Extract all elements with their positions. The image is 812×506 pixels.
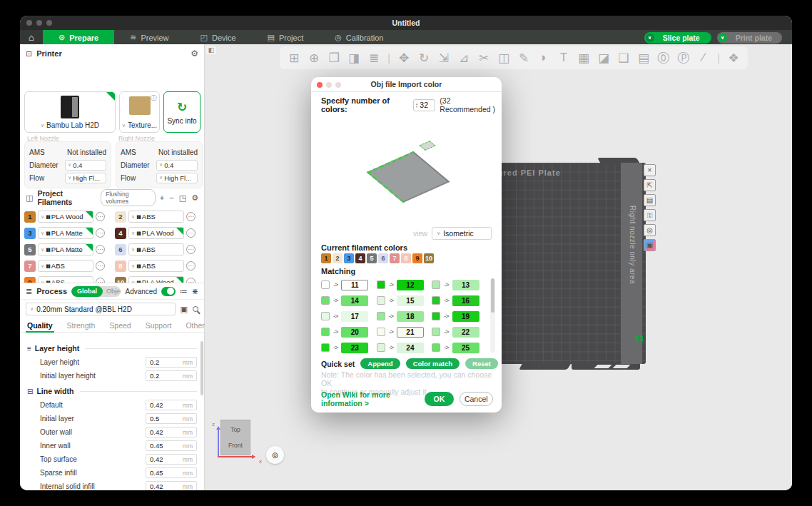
filament-match-button[interactable]: 22 [452,327,479,338]
process-tab[interactable]: Speed [102,318,138,332]
filament-menu-icon[interactable]: ⋯ [96,212,105,221]
process-tab[interactable]: Strength [60,318,103,332]
setting-input[interactable]: 0.42 mm [146,400,197,410]
filament-select[interactable]: ∨ ▮▮ PLA Matte [38,227,93,239]
model-preview[interactable] [311,111,502,226]
search-icon[interactable] [193,306,198,312]
view-select[interactable]: ∨ Isometric [432,227,492,240]
snapshot-camera-button[interactable]: ⊚ [266,446,284,464]
filament-select[interactable]: ∨ ▮▮ ABS [128,260,184,272]
measure-icon[interactable]: ∕ [695,51,712,65]
filament-match-button[interactable]: 23 [341,343,368,353]
process-tab[interactable]: Support [138,318,179,332]
filament-match-button[interactable]: 14 [341,295,368,306]
add-filament-icon[interactable]: + [160,193,164,202]
paint-icon[interactable]: ✎ [515,51,532,66]
scale-icon[interactable]: ⇲ [435,51,452,66]
filament-select[interactable]: ∨ ▮▮ ABS [128,243,184,255]
filament-match-button[interactable]: 17 [341,311,368,322]
setting-input[interactable]: 0.45 mm [146,440,197,451]
flow-select[interactable]: ∨High Fl... [65,173,106,183]
filament-menu-icon[interactable]: ⋯ [186,228,196,238]
process-preset-select[interactable]: ∨ 0.20mm Standard @BBL H2D [26,303,176,315]
advanced-toggle[interactable] [161,287,176,296]
main-tab[interactable]: ◎ Calibration [319,30,399,45]
sync-info-button[interactable]: ↻ Sync info [163,91,201,133]
plate-visibility-icon[interactable]: ◎ [644,224,656,236]
filament-number-swatch[interactable]: 9 [24,277,36,283]
filament-match-button[interactable]: 16 [452,295,479,306]
orientation-cube[interactable]: Top Front [220,420,250,455]
settings-group-header[interactable]: ≡ Layer height [27,344,197,353]
filament-match-button[interactable]: 12 [397,280,424,290]
main-tab[interactable]: ◰ Device [185,30,252,45]
svg-shape-icon[interactable]: Ⓟ [675,50,692,66]
setting-input[interactable]: 0.42 mm [146,481,197,490]
seam-icon[interactable]: ◪ [595,51,612,66]
diameter-select[interactable]: ∨0.4 [65,160,106,171]
filament-menu-icon[interactable]: ⋯ [96,228,105,238]
minimize-window-icon[interactable] [36,20,42,26]
filament-menu-icon[interactable]: ⋯ [186,278,196,283]
print-dropdown-icon[interactable]: ∨ [719,34,727,42]
cancel-button[interactable]: Cancel [460,392,493,406]
support-paint-icon[interactable]: ▦ [575,51,592,66]
rotate-icon[interactable]: ↻ [415,51,432,66]
filament-menu-icon[interactable]: ⋯ [186,261,196,270]
setting-input[interactable]: 0.2 mm [146,370,197,381]
compare-preset-icon[interactable]: ⋇ [192,287,198,296]
process-tab[interactable]: Quality [20,318,60,332]
filament-number-swatch[interactable]: 3 [24,228,36,239]
filament-select[interactable]: ∨ ▮▮ PLA Wood [38,211,93,223]
ams-sync-icon[interactable]: ◳ [179,193,186,203]
filament-match-button[interactable]: 25 [452,343,479,353]
sidebar-scrollbar[interactable] [201,341,203,395]
filament-match-button[interactable]: 20 [341,327,368,338]
text-icon[interactable]: T [555,51,572,65]
delete-plate-icon[interactable]: × [644,164,656,176]
arrange-icon[interactable]: ❐ [325,51,342,66]
flow-select[interactable]: ∨High Fl... [156,173,198,183]
filament-menu-icon[interactable]: ⋯ [96,278,105,283]
diameter-select[interactable]: ∨0.4 [156,160,198,171]
color-match-button[interactable]: Color match [406,358,460,369]
filament-number-swatch[interactable]: 5 [24,244,36,255]
filament-match-button[interactable]: 15 [397,295,424,306]
filament-select[interactable]: ∨ ▮▮ PLA Wood [128,227,184,239]
save-preset-icon[interactable]: ▣ [181,305,188,314]
filament-number-swatch[interactable]: 8 [115,260,126,272]
slice-plate-button[interactable]: ∨ Slice plate [644,32,711,44]
filament-menu-icon[interactable]: ⋯ [96,245,105,254]
slice-dropdown-icon[interactable]: ∨ [646,34,654,42]
filament-match-button[interactable]: 13 [452,280,479,290]
close-dialog-icon[interactable] [317,82,323,88]
colors-count-stepper[interactable]: ▴▾ 32 [413,99,436,111]
global-segment-button[interactable]: Global [71,286,103,297]
setting-input[interactable]: 0.2 mm [146,357,197,368]
add-object-icon[interactable]: ⊞ [285,51,303,66]
filament-match-button[interactable]: 18 [397,311,424,322]
filament-number-swatch[interactable]: 7 [24,260,36,272]
main-tab[interactable]: ⊙ Prepare [43,30,114,45]
brim-ears-icon[interactable]: ❑ [615,51,632,66]
zoom-window-icon[interactable] [46,20,52,26]
filament-select[interactable]: ∨ ▮▮ ABS [38,260,93,272]
filament-match-button[interactable]: 11 [341,280,368,290]
filament-menu-icon[interactable]: ⋯ [96,261,105,270]
stepper-arrows-icon[interactable]: ▴▾ [416,102,418,108]
settings-group-header[interactable]: ⊟ Line width [27,387,197,395]
filament-number-swatch[interactable]: 4 [115,228,126,239]
filament-menu-icon[interactable]: ⋯ [186,245,196,254]
filament-menu-icon[interactable]: ⋯ [186,212,196,221]
assembly-icon[interactable]: ❖ [725,51,742,66]
printer-select-card[interactable]: ∨ Bambu Lab H2D [24,91,116,133]
main-tab[interactable]: ≋ Preview [114,30,184,45]
plate-settings-icon[interactable]: ▤ [644,194,656,206]
setting-input[interactable]: 0.42 mm [146,427,197,437]
arrange-plate-icon[interactable]: ⇱ [644,179,656,191]
filament-number-swatch[interactable]: 1 [24,211,36,223]
ok-button[interactable]: OK [425,392,453,406]
collapse-sidebar-icon[interactable]: ◧ [206,46,216,54]
objects-segment-button[interactable]: Objects [103,286,121,297]
remove-filament-icon[interactable]: − [169,193,173,202]
